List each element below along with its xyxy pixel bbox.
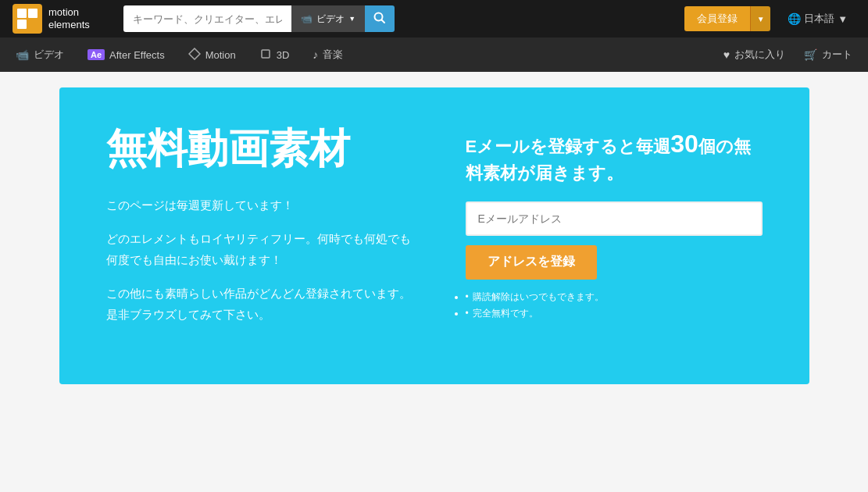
nav-item-cart[interactable]: 🛒 カート (804, 45, 852, 65)
logo-icon (13, 4, 42, 34)
nav-item-video[interactable]: 📹 ビデオ (16, 45, 64, 65)
hero-title: 無料動画素材 (106, 127, 419, 171)
search-bar: 📹 ビデオ ▼ (123, 5, 395, 32)
hero-left: 無料動画素材 このページは毎週更新しています！ どのエレメントもロイヤリティフリ… (106, 127, 419, 337)
top-nav: motion elements 📹 ビデオ ▼ 会員登録 ▼ 🌐 日本語 ▼ (0, 0, 868, 37)
video-cam-icon: 📹 (16, 48, 29, 61)
register-button[interactable]: 会員登録 (684, 6, 750, 31)
svg-line-5 (382, 20, 385, 23)
nav-item-favorites[interactable]: ♥ お気に入り (723, 45, 785, 65)
svg-rect-2 (17, 20, 27, 29)
hero-right-title: Eメールを登録すると毎週30個の無料素材が届きます。 (466, 127, 763, 186)
music-icon: ♪ (313, 48, 318, 61)
cat-nav-right: ♥ お気に入り 🛒 カート (723, 45, 852, 65)
search-input[interactable] (123, 5, 291, 32)
notice-item-1: 購読解除はいつでもできます。 (466, 289, 763, 306)
threed-icon (259, 48, 272, 62)
hero-desc-3: この他にも素晴らしい作品がどんどん登録されています。是非ブラウズしてみて下さい。 (106, 283, 419, 325)
search-icon (373, 12, 386, 27)
svg-marker-6 (189, 48, 200, 59)
svg-rect-1 (28, 9, 38, 18)
nav-item-motion[interactable]: Motion (188, 45, 236, 66)
heart-icon: ♥ (723, 48, 730, 61)
lang-caret-icon: ▼ (838, 13, 848, 25)
email-input[interactable] (466, 201, 763, 236)
cart-icon: 🛒 (804, 48, 817, 61)
logo-text: motion elements (48, 6, 90, 30)
caret-icon: ▼ (348, 15, 355, 23)
hero-notices: 購読解除はいつでもできます。 完全無料です。 (466, 289, 763, 323)
ae-icon: Ae (88, 49, 105, 60)
nav-item-music[interactable]: ♪ 音楽 (313, 45, 343, 65)
hero-desc-1: このページは毎週更新しています！ (106, 194, 419, 216)
video-icon: 📹 (301, 13, 313, 24)
svg-rect-3 (28, 20, 38, 29)
register-dropdown-button[interactable]: ▼ (750, 6, 770, 31)
hero-right: Eメールを登録すると毎週30個の無料素材が届きます。 アドレスを登録 購読解除は… (466, 127, 763, 323)
notice-item-2: 完全無料です。 (466, 305, 763, 323)
svg-rect-7 (262, 50, 270, 58)
svg-rect-0 (17, 9, 27, 18)
nav-item-after-effects[interactable]: Ae After Effects (88, 46, 165, 64)
search-type-button[interactable]: 📹 ビデオ ▼ (291, 5, 365, 32)
logo[interactable]: motion elements (13, 4, 114, 34)
motion-icon (188, 48, 201, 62)
search-button[interactable] (365, 5, 395, 32)
cat-nav: 📹 ビデオ Ae After Effects Motion 3D ♪ 音楽 ♥ … (0, 37, 868, 72)
submit-button[interactable]: アドレスを登録 (466, 245, 597, 280)
hero-desc-2: どのエレメントもロイヤリティフリー。何時でも何処でも何度でも自由にお使い戴けます… (106, 228, 419, 270)
globe-icon: 🌐 (788, 12, 801, 25)
language-button[interactable]: 🌐 日本語 ▼ (780, 6, 855, 31)
hero-banner: 無料動画素材 このページは毎週更新しています！ どのエレメントもロイヤリティフリ… (59, 87, 809, 384)
nav-item-3d[interactable]: 3D (259, 45, 290, 66)
register-btn-wrap: 会員登録 ▼ (684, 6, 770, 31)
